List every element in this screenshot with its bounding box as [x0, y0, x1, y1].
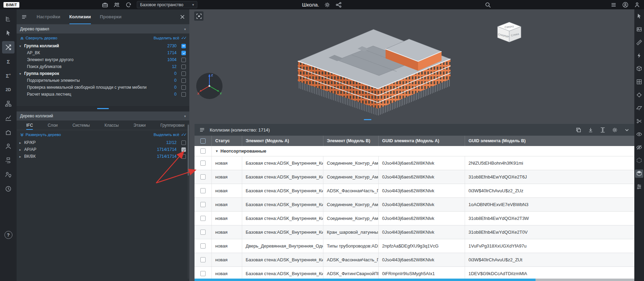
column-element-b[interactable]: Элемент (Модель B) [323, 136, 379, 146]
search-icon[interactable] [484, 1, 491, 8]
rule-item-group[interactable]: ▾ Группа проверок 0 [17, 70, 189, 77]
collapse-tree-button[interactable]: Свернуть дерево [20, 36, 57, 40]
isolate-box-icon[interactable] [635, 169, 643, 178]
row-checkbox[interactable] [200, 174, 206, 180]
help-button[interactable]: ? [4, 231, 12, 239]
clip-icon[interactable] [635, 117, 643, 125]
rule-item[interactable]: Поиск дубликатов 12 [17, 63, 189, 70]
rule-checkbox[interactable] [181, 44, 186, 48]
2d-icon[interactable]: 2D [2, 84, 15, 96]
collision-row[interactable]: новая Базовая стена:ADSK_Внутренняя_Кирп… [195, 156, 634, 170]
share-icon[interactable] [335, 1, 342, 8]
caret-right-icon[interactable]: ▸ [19, 148, 24, 152]
person-pin-icon[interactable] [2, 168, 15, 181]
collision-row[interactable]: новая Базовая стена:ADSK_Внутренняя_Кирп… [195, 170, 634, 184]
collision-row[interactable]: новая Дверь_Деревянная_Внутренняя_Однопо… [195, 239, 634, 253]
collision-row[interactable]: новая Базовая стена:ADSK_Внутренняя_Кирп… [195, 212, 634, 225]
sliders-icon[interactable] [635, 183, 643, 191]
column-guid-a[interactable]: GUID элемента (Модель A) [379, 136, 465, 146]
plugin-icon[interactable] [2, 126, 15, 138]
tab-systems[interactable]: Системы [73, 120, 90, 130]
collision-row[interactable]: новая Базовая стена:ADSK_Внутренняя_Кирп… [195, 253, 634, 267]
collision-row[interactable]: новая Базовая стена:ADSK_Внутренняя_Кирп… [195, 198, 634, 212]
section-rules-header[interactable]: Дерево правил ▾ [17, 25, 189, 33]
workspace-selector[interactable]: Базовое пространство ▾ [137, 1, 197, 8]
volume-box-icon[interactable] [635, 65, 643, 73]
column-element-a[interactable]: Элемент (Модель A) [242, 136, 323, 146]
team-icon[interactable] [113, 1, 120, 8]
group-checkbox[interactable] [200, 148, 206, 154]
select-all-checkbox[interactable] [200, 138, 206, 144]
row-checkbox[interactable] [200, 188, 206, 193]
rule-item[interactable]: Проверка минимальной свободной площади с… [17, 84, 189, 91]
collision-tree-checkbox[interactable] [181, 154, 186, 159]
row-checkbox[interactable] [200, 216, 206, 221]
sync-icon[interactable] [125, 1, 132, 8]
download-icon[interactable] [587, 126, 594, 133]
frame-icon[interactable] [635, 25, 643, 33]
collision-tree-checkbox[interactable] [181, 147, 186, 152]
collision-tree-item[interactable]: ▸ ВК/ВК 1714/1714 [17, 153, 189, 160]
expand-tree-button[interactable]: Развернуть дерево [20, 133, 61, 137]
rule-checkbox[interactable] [181, 65, 186, 69]
scrollbar-thumb[interactable] [195, 279, 536, 281]
user-icon[interactable] [634, 1, 641, 8]
column-status[interactable]: Статус [212, 136, 242, 146]
measure-icon[interactable] [635, 38, 643, 47]
panel-scrollbar-thumb[interactable] [188, 125, 189, 176]
rule-checkbox[interactable] [181, 92, 186, 97]
viewport-3d[interactable]: Сверху Спереди Слева Z X Y [189, 9, 634, 281]
table-group-row[interactable]: ▾ Неотсортированные [195, 146, 634, 156]
sum-plus-icon[interactable]: Σ+ [2, 69, 15, 82]
caret-down-icon[interactable]: ▾ [19, 44, 24, 48]
navigation-cube[interactable]: Сверху Спереди Слева [495, 21, 523, 44]
model-structure-icon[interactable] [2, 13, 15, 25]
graph-icon[interactable] [2, 112, 15, 124]
handover-icon[interactable] [2, 154, 15, 167]
rule-item-group[interactable]: ▾ Группа коллизий 2730 [17, 42, 189, 49]
caret-right-icon[interactable]: ▸ [19, 141, 24, 145]
tab-floors[interactable]: Этажи [133, 120, 145, 130]
rule-item[interactable]: АР_ВК 1714 [17, 49, 189, 56]
grid-icon[interactable] [635, 78, 643, 86]
collision-tree-item[interactable]: ▸ КР/КР 12/12 [17, 139, 189, 146]
cursor-icon[interactable] [2, 27, 15, 39]
rule-item[interactable]: Элемент внутри другого 1004 [17, 56, 189, 63]
tab-groupings[interactable]: Группировки [160, 120, 184, 130]
gear-icon[interactable] [324, 1, 331, 8]
show-icon[interactable] [635, 130, 643, 138]
select-all-collisions-button[interactable]: Выделить всё ✓✓ [154, 132, 186, 137]
rule-item[interactable]: Расчет марша лестниц 0 [17, 91, 189, 98]
rule-checkbox[interactable] [181, 58, 186, 62]
account-circle-icon[interactable] [622, 1, 629, 8]
lightning-icon[interactable] [635, 51, 643, 60]
tab-collisions[interactable]: Коллизии [69, 9, 91, 24]
settings-gear-icon[interactable] [611, 126, 618, 133]
app-logo[interactable]: BIMiT [3, 2, 19, 8]
clash-detection-icon[interactable] [2, 41, 15, 54]
table-menu-icon[interactable] [199, 126, 206, 133]
tab-checks[interactable]: Проверки [100, 9, 122, 24]
collapse-panel-chevron-icon[interactable] [623, 126, 630, 133]
sum-icon[interactable]: Σ [2, 55, 15, 68]
rule-checkbox[interactable] [181, 78, 186, 83]
locate-icon[interactable] [635, 91, 643, 99]
rule-checkbox[interactable] [181, 51, 186, 55]
table-horizontal-scrollbar[interactable] [195, 279, 634, 281]
caret-down-icon[interactable]: ▾ [216, 149, 218, 153]
section-plane-icon[interactable] [635, 104, 643, 112]
row-checkbox[interactable] [200, 230, 206, 235]
person-icon[interactable] [2, 140, 15, 153]
collision-tree-checkbox[interactable] [181, 140, 186, 145]
tab-settings[interactable]: Настройки [37, 9, 60, 24]
collision-row[interactable]: новая Базовая стена:ADSK_Внутренняя_Кирп… [195, 225, 634, 239]
row-checkbox[interactable] [200, 271, 206, 276]
rule-checkbox[interactable] [181, 71, 186, 76]
rule-item[interactable]: Подозрительные элементы 0 [17, 77, 189, 84]
row-checkbox[interactable] [200, 202, 206, 207]
menu-icon[interactable] [610, 1, 617, 8]
panel-menu-icon[interactable] [21, 13, 28, 20]
rule-checkbox[interactable] [181, 85, 186, 90]
gauge-icon[interactable] [2, 183, 15, 195]
row-checkbox[interactable] [200, 161, 206, 166]
